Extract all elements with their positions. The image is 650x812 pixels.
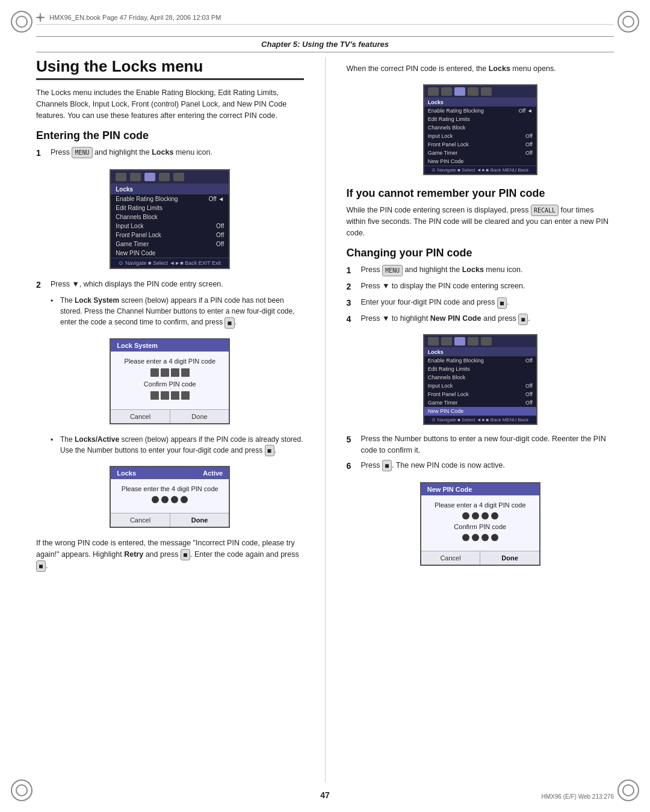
locks-active-pin-dots (117, 496, 223, 503)
locks-active-body: Please enter the 4 digit PIN code (111, 479, 229, 513)
recall-key-badge: RECALL (531, 205, 559, 216)
tv-menu-2: Locks Enable Rating BlockingOff ◄ Edit R… (423, 84, 537, 175)
bullet-1: • The Lock System screen (below) appears… (51, 295, 304, 328)
tv-menu-r-item-4: Input LockOff (424, 132, 536, 140)
tv-menu-nav-2: ⊙ Navigate ■ Select ◄►■ Back MENU Back (424, 166, 536, 174)
tv-menu-nav-3: ⊙ Navigate ■ Select ◄►■ Back MENU Back (424, 415, 536, 424)
tv-icon-m4 (468, 337, 478, 346)
tv-menu-1: Locks Enable Rating BlockingOff ◄ Edit R… (110, 169, 230, 269)
tv-menu-r-item-3: Channels Block (424, 123, 536, 132)
tv-menu-r-item-6: Game TimerOff (424, 149, 536, 157)
right-column: When the correct PIN code is entered, th… (347, 57, 614, 782)
change-step-2: 2 Press ▼ to display the PIN code enteri… (347, 280, 614, 293)
tv-icon-2 (130, 173, 141, 181)
locks-active-dialog: Locks Active Please enter the 4 digit PI… (110, 466, 230, 528)
locks-active-dialog-container: Locks Active Please enter the 4 digit PI… (36, 461, 304, 533)
pin-square-5 (150, 391, 159, 400)
lock-system-prompt2: Confirm PIN code (117, 380, 223, 388)
tv-menu-3: Locks Enable Rating BlockingOff Edit Rat… (423, 334, 537, 425)
change-step-1: 1 Press MENU and highlight the Locks men… (347, 264, 614, 277)
tv-icon-1 (116, 173, 126, 181)
tv-icon-r3 (454, 87, 465, 96)
new-pin-buttons: Cancel Done (421, 551, 539, 565)
enter-key-7: ■ (382, 460, 392, 471)
cannot-remember-text: While the PIN code entering screen is di… (347, 205, 614, 239)
tv-menu-item-5: Front Panel LockOff (111, 231, 229, 240)
new-pin-dots-2 (427, 534, 533, 541)
menu-screenshot-3: Locks Enable Rating BlockingOff Edit Rat… (347, 330, 614, 429)
new-pin-dialog: New PIN Code Please enter a 4 digit PIN … (420, 482, 540, 566)
tv-menu-item-6: Game TimerOff (111, 240, 229, 249)
content-area: Using the Locks menu The Locks menu incl… (36, 57, 614, 782)
tv-icon-r5 (481, 87, 492, 96)
lock-system-dialog: Lock System Please enter a 4 digit PIN c… (110, 338, 230, 424)
lock-system-done-btn[interactable]: Done (170, 410, 229, 423)
new-pin-dot-1 (462, 512, 469, 519)
corner-decoration-br (618, 779, 639, 801)
tv-icon-r4 (468, 87, 478, 96)
tv-menu-icons-2 (424, 85, 536, 98)
lock-system-dialog-container: Lock System Please enter a 4 digit PIN c… (36, 333, 304, 429)
menu-screenshot-2: Locks Enable Rating BlockingOff ◄ Edit R… (347, 81, 614, 179)
change-step-5: 5 Press the Number buttons to enter a ne… (347, 433, 614, 456)
menu-key-badge: MENU (72, 147, 92, 158)
tv-menu-m-item-1: Enable Rating BlockingOff (424, 356, 536, 365)
lock-system-cancel-btn[interactable]: Cancel (111, 410, 170, 423)
changing-pin-heading: Changing your PIN code (347, 247, 614, 259)
tv-menu-item-2: Edit Rating Limits (111, 203, 229, 212)
bullet-2: • The Locks/Active screen (below) appear… (51, 434, 304, 456)
lock-system-confirm-squares (117, 391, 223, 400)
new-pin-dot-6 (472, 534, 479, 541)
pin-square-6 (161, 391, 169, 400)
change-step-3: 3 Enter your four-digit PIN code and pre… (347, 297, 614, 309)
corner-decoration-tl (11, 11, 32, 33)
tv-menu-nav-1: ⊙ Navigate ■ Select ◄►■ Back EXIT Exit (111, 258, 229, 268)
enter-key-2: ■ (265, 445, 274, 456)
menu-screenshot-1: Locks Enable Rating BlockingOff ◄ Edit R… (36, 164, 304, 274)
lock-system-pin-squares (117, 368, 223, 377)
change-step-6: 6 Press ■. The new PIN code is now activ… (347, 460, 614, 473)
step-1: 1 Press MENU and highlight the Locks men… (36, 147, 304, 160)
column-divider (325, 57, 326, 782)
pin-square-8 (181, 391, 190, 400)
chapter-heading: Chapter 5: Using the TV's features (36, 36, 614, 52)
wrong-pin-text: If the wrong PIN code is entered, the me… (36, 538, 304, 572)
lock-system-title: Lock System (111, 339, 229, 352)
locks-active-buttons: Cancel Done (111, 513, 229, 527)
new-pin-dot-3 (481, 512, 489, 519)
tv-menu-r-item-5: Front Panel LockOff (424, 140, 536, 149)
tv-icon-3 (144, 173, 155, 181)
locks-active-done-btn[interactable]: Done (170, 513, 229, 527)
tv-menu-item-4: Input LockOff (111, 222, 229, 231)
tv-icon-m3 (454, 337, 465, 346)
tv-menu-m-item-6: Game TimerOff (424, 398, 536, 407)
locks-active-prompt: Please enter the 4 digit PIN code (117, 485, 223, 492)
lock-system-buttons: Cancel Done (111, 409, 229, 423)
new-pin-done-btn[interactable]: Done (480, 551, 539, 565)
tv-menu-m-item-5: Front Panel LockOff (424, 390, 536, 398)
new-pin-dot-4 (491, 512, 498, 519)
tv-menu-r-item-1: Enable Rating BlockingOff ◄ (424, 107, 536, 115)
locks-active-cancel-btn[interactable]: Cancel (111, 513, 170, 527)
pin-dot-1 (152, 496, 159, 503)
pin-square-1 (150, 368, 159, 377)
locks-active-title: Locks Active (111, 467, 229, 479)
enter-key-4: ■ (36, 560, 46, 572)
new-pin-prompt2: Confirm PIN code (427, 523, 533, 530)
tv-icon-4 (159, 173, 170, 181)
crosshair-icon (36, 13, 45, 22)
new-pin-title: New PIN Code (421, 483, 539, 495)
new-pin-cancel-btn[interactable]: Cancel (421, 551, 480, 565)
top-meta: HMX96_EN.book Page 47 Friday, April 28, … (36, 13, 614, 25)
tv-menu-item-1: Enable Rating BlockingOff ◄ (111, 194, 229, 203)
intro-text: The Locks menu includes the Enable Ratin… (36, 87, 304, 121)
enter-key-1: ■ (224, 317, 234, 329)
new-pin-dot-7 (481, 534, 489, 541)
tv-icon-m1 (428, 337, 439, 346)
pin-dot-3 (171, 496, 178, 503)
tv-menu-title-3: Locks (424, 348, 536, 356)
tv-menu-icons-3 (424, 335, 536, 348)
pin-dot-4 (181, 496, 188, 503)
tv-icon-r2 (441, 87, 452, 96)
menu-key-2: MENU (382, 265, 403, 276)
